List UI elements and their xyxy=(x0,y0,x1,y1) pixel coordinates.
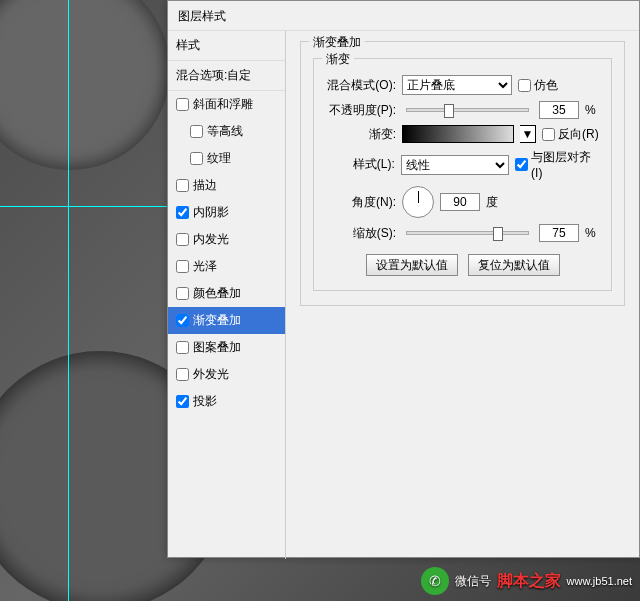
style-item-9[interactable]: 图案叠加 xyxy=(168,334,285,361)
dialog-title: 图层样式 xyxy=(178,9,226,23)
layer-style-dialog: 图层样式 样式 混合选项:自定 斜面和浮雕等高线纹理描边内阴影内发光光泽颜色叠加… xyxy=(167,0,640,558)
scale-label: 缩放(S): xyxy=(324,225,396,242)
watermark-brand: 脚本之家 xyxy=(497,571,561,592)
style-item-11[interactable]: 投影 xyxy=(168,388,285,415)
style-checkbox[interactable] xyxy=(176,179,189,192)
angle-unit: 度 xyxy=(486,194,510,211)
style-checkbox[interactable] xyxy=(190,125,203,138)
gradient-dropdown-icon[interactable]: ▼ xyxy=(520,125,536,143)
style-item-0[interactable]: 斜面和浮雕 xyxy=(168,91,285,118)
scale-slider[interactable] xyxy=(406,231,529,235)
reverse-checkbox[interactable]: 反向(R) xyxy=(542,126,599,143)
style-checkbox[interactable] xyxy=(176,260,189,273)
angle-label: 角度(N): xyxy=(324,194,396,211)
style-item-label: 颜色叠加 xyxy=(193,285,241,302)
style-checkbox[interactable] xyxy=(176,368,189,381)
style-select[interactable]: 线性 xyxy=(401,155,509,175)
subgroup-title: 渐变 xyxy=(322,51,354,68)
style-item-label: 外发光 xyxy=(193,366,229,383)
style-item-6[interactable]: 光泽 xyxy=(168,253,285,280)
opacity-input[interactable] xyxy=(539,101,579,119)
scale-unit: % xyxy=(585,226,601,240)
blend-mode-select[interactable]: 正片叠底 xyxy=(402,75,512,95)
watermark-url: www.jb51.net xyxy=(567,575,632,587)
opacity-label: 不透明度(P): xyxy=(324,102,396,119)
style-item-label: 等高线 xyxy=(207,123,243,140)
gradient-subgroup: 渐变 混合模式(O): 正片叠底 仿色 不透明度(P): % 渐变: xyxy=(313,58,612,291)
main-panel: 渐变叠加 渐变 混合模式(O): 正片叠底 仿色 不透明度(P): % xyxy=(286,31,639,559)
angle-dial[interactable] xyxy=(402,186,434,218)
style-item-label: 描边 xyxy=(193,177,217,194)
style-checkbox[interactable] xyxy=(176,206,189,219)
dither-checkbox[interactable]: 仿色 xyxy=(518,77,558,94)
style-item-8[interactable]: 渐变叠加 xyxy=(168,307,285,334)
guide-vertical xyxy=(68,0,69,601)
watermark: ✆ 微信号 脚本之家 www.jb51.net xyxy=(421,567,632,595)
styles-panel: 样式 混合选项:自定 斜面和浮雕等高线纹理描边内阴影内发光光泽颜色叠加渐变叠加图… xyxy=(168,31,286,559)
scale-input[interactable] xyxy=(539,224,579,242)
angle-input[interactable] xyxy=(440,193,480,211)
opacity-slider[interactable] xyxy=(406,108,529,112)
group-title: 渐变叠加 xyxy=(309,34,365,51)
style-checkbox[interactable] xyxy=(176,341,189,354)
styles-header[interactable]: 样式 xyxy=(168,31,285,61)
gradient-swatch[interactable] xyxy=(402,125,514,143)
style-checkbox[interactable] xyxy=(176,395,189,408)
style-item-1[interactable]: 等高线 xyxy=(168,118,285,145)
style-checkbox[interactable] xyxy=(176,98,189,111)
style-checkbox[interactable] xyxy=(176,287,189,300)
style-label: 样式(L): xyxy=(324,156,395,173)
style-item-10[interactable]: 外发光 xyxy=(168,361,285,388)
blend-options[interactable]: 混合选项:自定 xyxy=(168,61,285,91)
style-item-label: 内阴影 xyxy=(193,204,229,221)
style-item-label: 纹理 xyxy=(207,150,231,167)
style-checkbox[interactable] xyxy=(176,233,189,246)
style-item-label: 图案叠加 xyxy=(193,339,241,356)
style-item-label: 内发光 xyxy=(193,231,229,248)
style-item-5[interactable]: 内发光 xyxy=(168,226,285,253)
style-item-label: 斜面和浮雕 xyxy=(193,96,253,113)
blend-mode-label: 混合模式(O): xyxy=(324,77,396,94)
align-checkbox[interactable]: 与图层对齐(I) xyxy=(515,149,601,180)
opacity-unit: % xyxy=(585,103,601,117)
style-checkbox[interactable] xyxy=(190,152,203,165)
reset-default-button[interactable]: 复位为默认值 xyxy=(468,254,560,276)
style-item-7[interactable]: 颜色叠加 xyxy=(168,280,285,307)
dialog-titlebar[interactable]: 图层样式 xyxy=(168,1,639,31)
wechat-icon: ✆ xyxy=(421,567,449,595)
style-item-3[interactable]: 描边 xyxy=(168,172,285,199)
style-item-label: 投影 xyxy=(193,393,217,410)
gradient-label: 渐变: xyxy=(324,126,396,143)
set-default-button[interactable]: 设置为默认值 xyxy=(366,254,458,276)
gradient-overlay-group: 渐变叠加 渐变 混合模式(O): 正片叠底 仿色 不透明度(P): % xyxy=(300,41,625,306)
style-item-label: 光泽 xyxy=(193,258,217,275)
watermark-wx: 微信号 xyxy=(455,573,491,590)
style-item-4[interactable]: 内阴影 xyxy=(168,199,285,226)
style-item-2[interactable]: 纹理 xyxy=(168,145,285,172)
style-item-label: 渐变叠加 xyxy=(193,312,241,329)
style-checkbox[interactable] xyxy=(176,314,189,327)
